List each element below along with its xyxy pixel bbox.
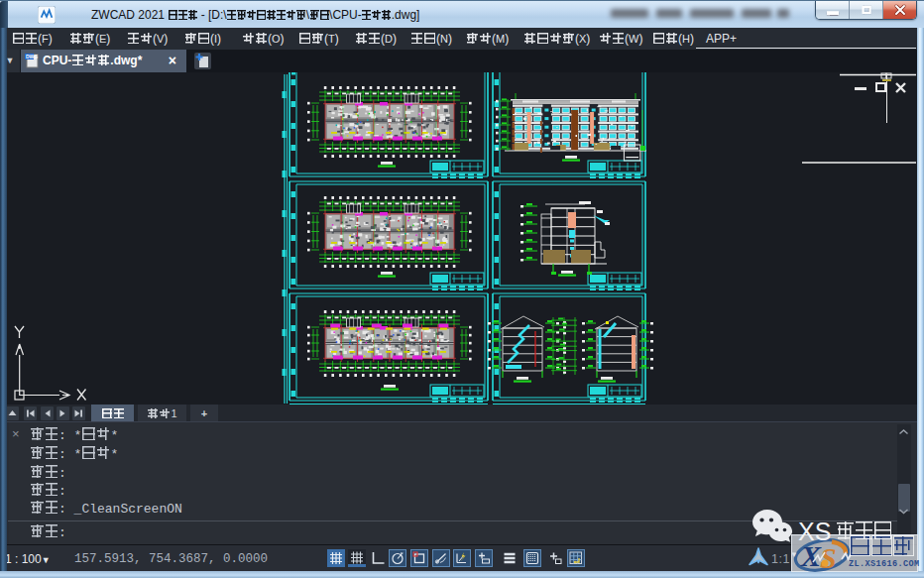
svg-text:DWG: DWG xyxy=(26,54,38,59)
